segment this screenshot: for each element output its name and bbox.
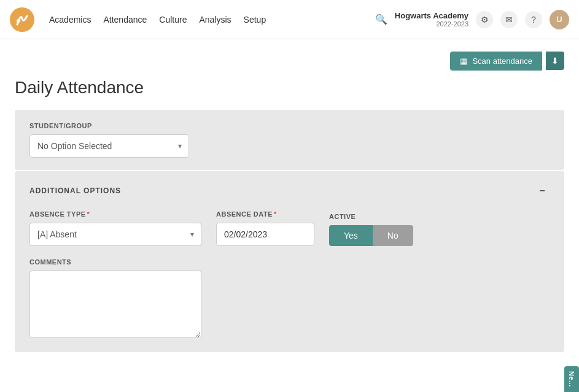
nav-attendance[interactable]: Attendance: [103, 12, 147, 27]
section-title: ADDITIONAL OPTIONS: [29, 186, 121, 195]
settings-icon[interactable]: ⚙: [476, 11, 493, 28]
active-toggle: Yes No: [329, 225, 413, 246]
svg-point-1: [17, 19, 20, 23]
student-group-select[interactable]: No Option Selected: [29, 134, 189, 158]
inbox-icon[interactable]: ✉: [500, 11, 518, 28]
nav-setup[interactable]: Setup: [244, 12, 266, 27]
additional-options-section: ADDITIONAL OPTIONS − ABSENCE TYPE* [A] A…: [15, 171, 564, 352]
absence-date-group: ABSENCE DATE*: [216, 210, 314, 246]
nav-culture[interactable]: Culture: [159, 12, 187, 27]
section-header: ADDITIONAL OPTIONS −: [29, 183, 550, 198]
comments-label: COMMENTS: [29, 258, 550, 266]
active-group: ACTIVE Yes No: [329, 213, 413, 246]
navbar: Academics Attendance Culture Analysis Se…: [0, 0, 579, 39]
comments-section: COMMENTS: [29, 258, 550, 340]
active-label: ACTIVE: [329, 213, 413, 220]
search-icon[interactable]: 🔍: [375, 13, 387, 25]
absence-date-input[interactable]: [216, 223, 314, 246]
logo[interactable]: [10, 7, 34, 32]
scan-attendance-button[interactable]: ▦ Scan attendance: [450, 52, 542, 71]
comments-textarea[interactable]: [29, 271, 201, 338]
nav-academics[interactable]: Academics: [49, 12, 91, 27]
absence-date-label: ABSENCE DATE*: [216, 210, 314, 218]
scan-attendance-label: Scan attendance: [472, 56, 532, 66]
absence-type-wrapper: [A] Absent ▾: [29, 223, 201, 246]
avatar[interactable]: U: [550, 10, 569, 29]
required-star: *: [87, 210, 90, 218]
form-row-1: ABSENCE TYPE* [A] Absent ▾ ABSENCE DATE*…: [29, 210, 550, 246]
collapse-button[interactable]: −: [535, 183, 550, 198]
scan-barcode-icon: ▦: [460, 56, 467, 66]
navbar-left: Academics Attendance Culture Analysis Se…: [10, 7, 266, 32]
student-group-wrapper: No Option Selected ▾: [29, 134, 189, 158]
active-no-button[interactable]: No: [373, 225, 413, 246]
school-name: Hogwarts Academy: [395, 11, 468, 20]
filter-section: STUDENT/GROUP No Option Selected ▾: [15, 110, 564, 170]
action-bar: ▦ Scan attendance ⬇: [15, 52, 564, 71]
student-group-label: STUDENT/GROUP: [29, 122, 550, 129]
school-year: 2022-2023: [395, 20, 468, 28]
page-title: Daily Attendance: [15, 78, 564, 98]
required-star-date: *: [274, 210, 277, 218]
nav-links: Academics Attendance Culture Analysis Se…: [49, 12, 266, 27]
absence-type-label: ABSENCE TYPE*: [29, 210, 201, 218]
school-info: Hogwarts Academy 2022-2023: [395, 11, 468, 28]
absence-type-group: ABSENCE TYPE* [A] Absent ▾: [29, 210, 201, 246]
absence-type-select[interactable]: [A] Absent: [29, 223, 201, 246]
help-icon[interactable]: ?: [525, 11, 542, 28]
navbar-right: 🔍 Hogwarts Academy 2022-2023 ⚙ ✉ ? U: [375, 10, 569, 29]
active-yes-button[interactable]: Yes: [329, 225, 373, 246]
scan-download-icon[interactable]: ⬇: [546, 52, 564, 70]
main-content: ▦ Scan attendance ⬇ Daily Attendance STU…: [0, 39, 579, 364]
nav-analysis[interactable]: Analysis: [199, 12, 231, 27]
